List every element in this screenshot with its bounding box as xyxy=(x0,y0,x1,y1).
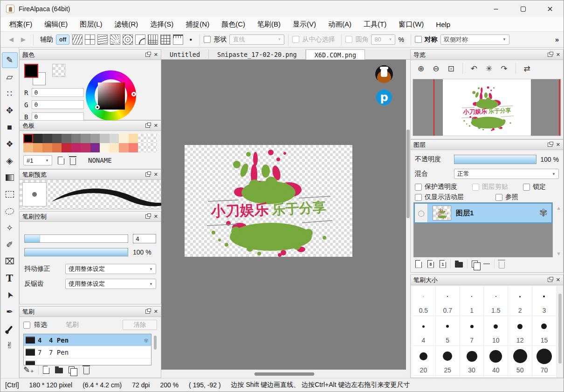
palette-swatch[interactable] xyxy=(129,134,138,143)
rect-select-tool[interactable] xyxy=(2,186,18,202)
menu-item-6[interactable]: 捕捉(N) xyxy=(179,18,215,31)
palette-swatch[interactable] xyxy=(138,134,148,143)
magic-wand-tool[interactable]: ✧ xyxy=(2,220,18,236)
new-1bit-layer-icon[interactable] xyxy=(440,260,446,268)
palette-swatch[interactable] xyxy=(119,134,129,143)
palette-swatch[interactable] xyxy=(52,134,62,143)
brush-size-option[interactable] xyxy=(484,376,508,378)
palette-swatch[interactable] xyxy=(90,143,100,152)
brush-size-option[interactable]: 50 xyxy=(508,346,532,376)
next-snap-icon[interactable]: ▶ xyxy=(17,36,29,43)
scroll-down-icon[interactable]: ▼ xyxy=(556,251,561,256)
zoom-out-icon[interactable]: ⊖ xyxy=(428,64,443,74)
palette-swatch[interactable] xyxy=(138,143,148,152)
hscroll-thumb[interactable] xyxy=(254,372,314,376)
palette-swatch[interactable] xyxy=(71,143,81,152)
snap-ruler-icon[interactable] xyxy=(173,34,183,45)
snap-parallel-icon[interactable] xyxy=(72,34,83,45)
document-tab-3[interactable]: X6D.COM.png xyxy=(306,49,365,60)
curve-tool[interactable]: ✒ xyxy=(2,304,18,320)
brush-size-option[interactable]: 40 xyxy=(484,346,508,376)
brush-clear-button[interactable]: 清除 xyxy=(123,320,157,330)
menu-item-10[interactable]: 动画(A) xyxy=(322,18,358,31)
delete-layer-icon[interactable] xyxy=(499,261,505,268)
brush-size-option[interactable]: 70 xyxy=(532,346,557,376)
panel-close-icon[interactable]: ✕ xyxy=(154,123,158,129)
palette-swatch[interactable] xyxy=(148,143,158,152)
snap-horizontal-icon[interactable] xyxy=(97,34,108,45)
new-palette-icon[interactable] xyxy=(58,157,64,165)
brush-size-option[interactable]: 30 xyxy=(460,346,484,376)
snap-dot-icon[interactable]: ● xyxy=(189,37,192,42)
brush-size-option[interactable]: 20 xyxy=(412,346,436,376)
brush-size-option[interactable] xyxy=(460,376,484,378)
pixiv-icon[interactable]: p xyxy=(376,89,392,105)
eraser-tool[interactable]: ▱ xyxy=(2,69,18,85)
select-pen-tool[interactable]: ✐ xyxy=(2,237,18,253)
scroll-up-icon[interactable]: ▲ xyxy=(556,205,561,211)
opacity-slider[interactable] xyxy=(454,155,536,164)
brush-size-option[interactable]: 0.5 xyxy=(412,286,436,316)
panel-float-icon[interactable] xyxy=(145,214,150,219)
object-select-tool[interactable]: ➤ xyxy=(2,287,18,303)
alpaca-avatar-icon[interactable] xyxy=(375,65,393,83)
panel-close-icon[interactable]: ✕ xyxy=(556,142,560,148)
snap-off-button[interactable]: off xyxy=(56,34,69,45)
brush-size-value[interactable]: 4 xyxy=(133,234,156,243)
duplicate-layer-icon[interactable] xyxy=(472,261,478,268)
menu-item-2[interactable]: 编辑(E) xyxy=(38,18,74,31)
gear-icon[interactable]: ✾ xyxy=(539,207,548,219)
palette-swatch[interactable] xyxy=(23,143,33,152)
gradient-tool[interactable] xyxy=(2,170,18,186)
brush-size-option[interactable]: 3 xyxy=(532,286,557,316)
new-8bit-layer-icon[interactable] xyxy=(427,260,434,268)
close-button[interactable]: ✕ xyxy=(536,0,564,17)
menu-item-9[interactable]: 显示(V) xyxy=(287,18,322,31)
brush-opacity-slider[interactable] xyxy=(24,248,128,256)
panel-float-icon[interactable] xyxy=(145,53,150,57)
navigator-preview[interactable] xyxy=(413,79,561,136)
canvas-horizontal-scrollbar[interactable] xyxy=(161,370,406,378)
palette-swatch[interactable] xyxy=(23,134,33,143)
delete-brush-icon[interactable] xyxy=(83,367,89,374)
palette-swatch[interactable] xyxy=(100,134,110,143)
r-value-field[interactable]: 0 xyxy=(32,88,84,97)
menu-item-13[interactable]: Help xyxy=(430,19,456,30)
palette-swatch[interactable] xyxy=(42,134,52,143)
gear-icon[interactable]: ✾ xyxy=(144,336,148,344)
document-tab-2[interactable]: Snipaste_17-02-20.png xyxy=(209,49,306,59)
palette-swatch[interactable] xyxy=(81,143,90,152)
brush-size-option[interactable] xyxy=(436,376,460,378)
brush-size-option[interactable]: 15 xyxy=(532,316,557,346)
snap-perspective-icon[interactable] xyxy=(148,34,158,45)
toolbar-overflow-icon[interactable]: » xyxy=(555,35,559,43)
symmetry-dropdown[interactable]: 双侧对称▼ xyxy=(440,34,509,45)
palette-swatch[interactable] xyxy=(110,134,119,143)
foreground-color-swatch[interactable] xyxy=(24,64,38,78)
brush-size-option[interactable]: 12 xyxy=(508,316,532,346)
palette-swatch[interactable] xyxy=(71,134,81,143)
blend-dropdown[interactable]: 正常▼ xyxy=(454,169,559,179)
brush-size-option[interactable] xyxy=(532,376,557,378)
merge-down-icon[interactable] xyxy=(483,263,490,264)
palette-swatch[interactable] xyxy=(148,134,158,143)
text-tool[interactable]: T xyxy=(2,270,18,286)
panel-float-icon[interactable] xyxy=(145,309,150,314)
delete-palette-icon[interactable] xyxy=(70,158,76,165)
rotate-reset-icon[interactable]: ✳ xyxy=(481,64,496,74)
brush-item[interactable]: 44 Pen✾ xyxy=(24,334,151,346)
palette-swatch[interactable] xyxy=(81,134,90,143)
menu-item-7[interactable]: 颜色(C) xyxy=(215,18,251,31)
layer-visibility-toggle[interactable]: ◯ xyxy=(415,204,428,222)
panel-float-icon[interactable] xyxy=(145,124,150,128)
move-tool[interactable]: ✥ xyxy=(2,103,18,118)
palette-swatch[interactable] xyxy=(110,143,119,152)
menu-item-3[interactable]: 图层(L) xyxy=(74,18,108,31)
minimize-button[interactable]: – xyxy=(482,0,509,17)
snap-cross-icon[interactable] xyxy=(85,34,95,45)
menu-item-11[interactable]: 工具(T) xyxy=(358,18,392,31)
menu-item-1[interactable]: 档案(F) xyxy=(3,18,38,31)
brush-size-scrollbar[interactable] xyxy=(558,294,562,364)
brush-list-scrollbar[interactable] xyxy=(154,336,157,350)
new-layer-icon[interactable] xyxy=(415,260,422,268)
